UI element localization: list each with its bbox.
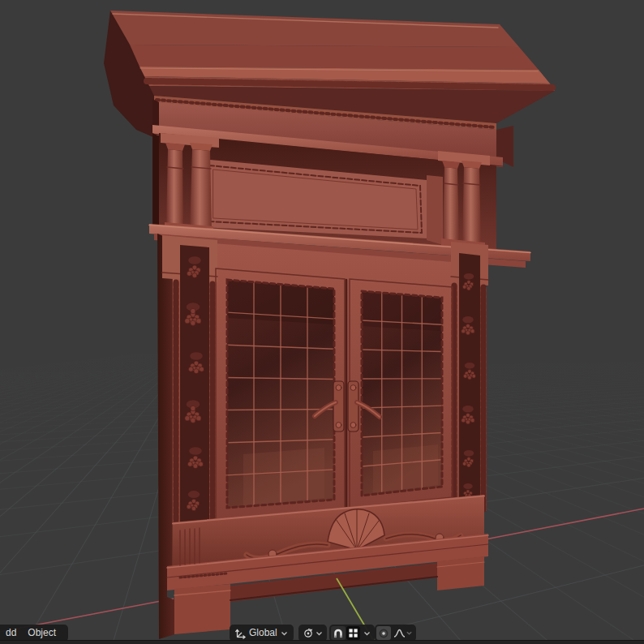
glass-doors[interactable] <box>216 268 453 521</box>
snapping-controls <box>329 625 375 642</box>
chevron-down-icon <box>363 629 371 638</box>
viewport-menu-bar: dd Object <box>0 625 68 642</box>
pivot-point-dropdown[interactable] <box>298 625 327 642</box>
snapping-dropdown[interactable] <box>361 626 373 640</box>
editor-divider <box>0 640 644 644</box>
proportional-editing-toggle[interactable] <box>376 626 391 640</box>
proportional-editing-controls <box>375 625 416 642</box>
menu-add[interactable]: dd <box>0 625 22 642</box>
blender-window: { "header": { "menus": [ { "label": "dd"… <box>0 0 644 644</box>
proportional-falloff-dropdown[interactable] <box>392 626 414 640</box>
chevron-down-icon <box>315 629 324 638</box>
chevron-down-icon <box>406 629 413 637</box>
chevron-down-icon <box>280 629 289 638</box>
snap-magnet-icon <box>333 628 344 639</box>
proportional-editing-circle-icon <box>378 628 389 639</box>
transform-orientation-value: Global <box>247 625 280 642</box>
transform-orientation-dropdown[interactable]: Global <box>230 625 294 642</box>
cabinet-model[interactable] <box>104 11 555 639</box>
pivot-point-icon <box>302 627 315 639</box>
snap-target-button[interactable] <box>346 626 360 640</box>
falloff-curve-icon <box>393 628 406 638</box>
snap-toggle[interactable] <box>331 626 346 640</box>
menu-object[interactable]: Object <box>22 625 62 642</box>
snap-target-grid-icon <box>348 628 358 638</box>
x-axis-line <box>477 509 644 541</box>
transform-orientation-axes-icon <box>234 628 247 639</box>
viewport-3d[interactable] <box>0 0 644 644</box>
